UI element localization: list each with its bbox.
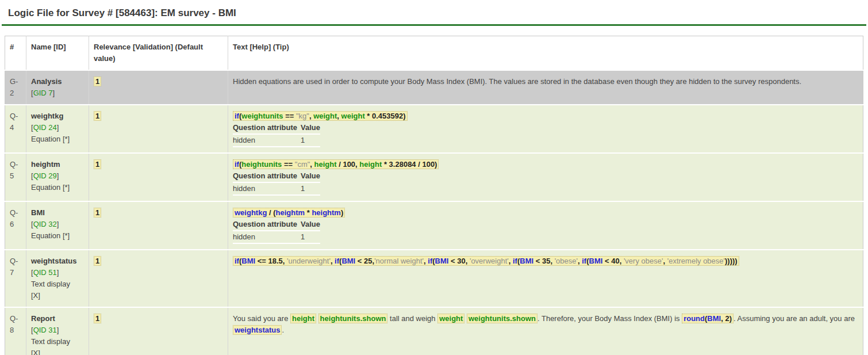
attribute-column-header: Value [301, 122, 320, 134]
row-number-cell: Q-7 [5, 250, 26, 307]
attribute-row: hidden1 [233, 134, 320, 147]
relevance-badge: 1 [94, 256, 101, 266]
question-type: Equation [*] [31, 230, 84, 242]
attribute-value: hidden [233, 182, 301, 195]
logic-row-Q-5: Q-5heightm[QID 29]Equation [*]1if(height… [5, 153, 863, 201]
question-name: BMI [31, 207, 84, 219]
em-token: <= 18.5, [255, 257, 287, 265]
em-token: , 2) [721, 314, 732, 323]
text-span: . [282, 326, 284, 334]
em-token: 'extremely obese' [667, 257, 725, 265]
em-expression: height [290, 314, 316, 323]
em-token: , [310, 160, 314, 169]
attribute-table: Question attributeValuehidden1 [233, 219, 320, 244]
question-name: Analysis [31, 76, 84, 87]
em-token: round [683, 314, 705, 323]
em-token: * [305, 208, 312, 217]
em-token: / 100, [337, 160, 360, 169]
question-id-link[interactable]: QID 32 [33, 220, 57, 228]
question-type: [X] [31, 290, 84, 301]
em-token: if [513, 257, 517, 265]
question-type: Equation [*] [31, 133, 84, 145]
question-id: [QID 31] [31, 325, 84, 336]
column-header: # [5, 36, 26, 71]
em-token: You said you are [233, 314, 290, 323]
logic-table-header: #Name [ID]Relevance [Validation] (Defaul… [5, 36, 863, 71]
column-header: Name [ID] [26, 36, 89, 71]
column-header: Text [Help] (Tip) [228, 36, 863, 71]
attribute-value: hidden [233, 231, 301, 243]
attribute-column-header: Value [301, 219, 320, 231]
name-cell: heightm[QID 29]Equation [*] [26, 153, 89, 201]
attribute-header-row: Question attributeValue [233, 219, 320, 231]
relevance-badge: 1 [94, 314, 101, 323]
text-span: You said you are [233, 314, 290, 323]
logic-row-Q-4: Q-4weightkg[QID 24]Equation [*]1if(weigh… [5, 105, 863, 153]
name-cell: weightstatus[QID 51]Text display[X] [26, 250, 89, 307]
em-token: "cm" [295, 160, 310, 169]
em-token: BMI [589, 257, 603, 265]
logic-row-Q-6: Q-6BMI[QID 32]Equation [*]1weightkg / (h… [5, 201, 863, 250]
em-token: weightstatus [235, 326, 280, 334]
question-type: Equation [*] [31, 182, 84, 193]
relevance-cell: 1 [89, 153, 228, 201]
em-token: < 40, [602, 257, 624, 265]
attribute-column-header: Question attribute [233, 219, 301, 231]
text-cell: if(weightunits == "kg", weight, weight *… [228, 105, 863, 153]
question-id: [QID 32] [31, 219, 84, 230]
text-cell: weightkg / (heightm * heightm)Question a… [228, 201, 863, 250]
question-name: weightkg [31, 110, 84, 122]
em-token: 'obese' [555, 257, 578, 265]
em-token: if [582, 257, 586, 265]
em-expression: round(BMI, 2) [682, 314, 733, 323]
attribute-row: hidden1 [233, 182, 320, 195]
em-token: 'very obese' [624, 257, 663, 265]
em-token: 'normal weight' [374, 257, 424, 265]
em-token: < 30, [448, 257, 470, 265]
em-token: BMI [520, 257, 533, 265]
relevance-cell: 1 [89, 307, 228, 355]
question-id-link[interactable]: GID 7 [33, 89, 53, 97]
em-expression: if(weightunits == "kg", weight, weight *… [233, 111, 408, 121]
em-token: "kg" [296, 112, 309, 120]
em-token: BMI [435, 257, 449, 265]
row-number-cell: Q-8 [5, 307, 26, 355]
em-token: BMI [241, 257, 255, 265]
em-token: heightunits.shown [320, 314, 386, 323]
question-name: weightstatus [31, 255, 84, 267]
logic-table-body: G-2Analysis[GID 7]1Hidden equations are … [5, 70, 863, 355]
em-token: == [283, 112, 296, 120]
attribute-value: 1 [301, 134, 320, 147]
em-token: Hidden equations are used in order to co… [233, 77, 801, 86]
question-id-link[interactable]: QID 29 [33, 171, 57, 180]
em-token: 'underweight' [287, 257, 331, 265]
em-token: tall and weigh [387, 314, 437, 323]
em-token: weight [341, 112, 365, 120]
text-line: if(BMI <= 18.5, 'underweight', if(BMI < … [233, 255, 858, 267]
em-token: height [359, 160, 382, 169]
em-token: , [337, 112, 341, 120]
question-type: Text display [31, 278, 84, 290]
question-id-link[interactable]: QID 51 [33, 268, 57, 277]
em-expression: weightunits.shown [467, 314, 537, 323]
question-id-link[interactable]: QID 31 [33, 326, 57, 334]
em-token: ))))) [725, 257, 738, 265]
relevance-value: 1 [95, 160, 99, 169]
text-cell: if(BMI <= 18.5, 'underweight', if(BMI < … [228, 250, 863, 307]
em-token: * 0.453592) [365, 112, 406, 120]
row-number-cell: Q-4 [5, 105, 26, 153]
text-cell: if(heightunits == "cm", height / 100, he… [228, 153, 863, 201]
text-span: . Assuming you are an adult, you are [733, 314, 855, 323]
em-token: heightunits [241, 160, 282, 169]
relevance-value: 1 [95, 314, 99, 323]
em-expression: weightkg / (heightm * heightm) [233, 208, 345, 217]
em-token: ) [341, 208, 343, 217]
logic-row-G-2: G-2Analysis[GID 7]1Hidden equations are … [5, 70, 863, 105]
attribute-column-header: Question attribute [233, 170, 301, 182]
question-id-link[interactable]: QID 24 [33, 123, 57, 132]
question-name: heightm [31, 159, 84, 170]
em-token: weight [439, 314, 463, 323]
relevance-badge: 1 [94, 77, 101, 86]
question-id: [GID 7] [31, 87, 84, 99]
text-line: if(weightunits == "kg", weight, weight *… [233, 110, 858, 122]
